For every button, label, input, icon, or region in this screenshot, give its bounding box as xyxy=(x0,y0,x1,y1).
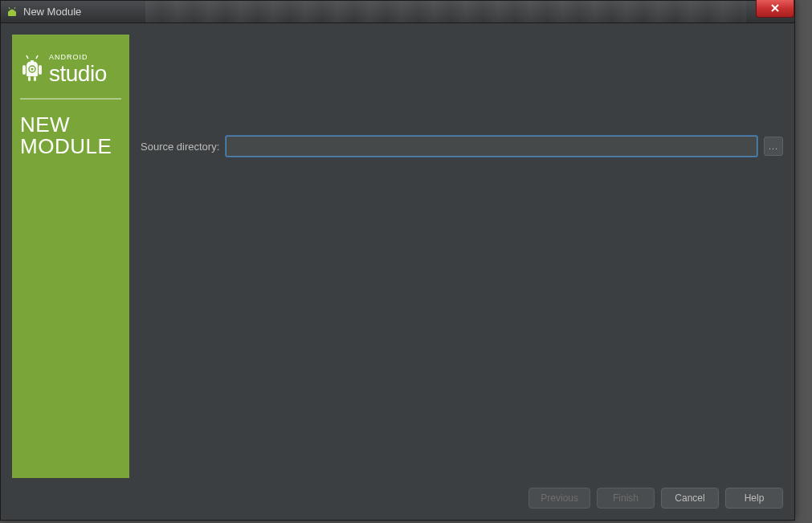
svg-line-1 xyxy=(9,7,10,9)
source-directory-row: Source directory: ... xyxy=(141,136,783,157)
wizard-step-title: NEW MODULE xyxy=(20,114,121,158)
brand-small-label: ANDROID xyxy=(49,54,107,61)
finish-button[interactable]: Finish xyxy=(597,488,655,509)
heading-line-2: MODULE xyxy=(20,136,121,157)
source-directory-input[interactable] xyxy=(226,136,757,157)
android-studio-icon xyxy=(20,55,44,85)
titlebar[interactable]: New Module xyxy=(1,1,794,23)
svg-rect-14 xyxy=(28,76,31,81)
heading-line-1: NEW xyxy=(20,114,121,136)
previous-button[interactable]: Previous xyxy=(528,488,590,509)
brand-big-label: studio xyxy=(49,63,107,85)
app-icon xyxy=(6,6,18,18)
wizard-sidebar: ANDROID studio NEW MODULE xyxy=(12,35,129,478)
svg-rect-5 xyxy=(22,65,26,75)
new-module-dialog: New Module xyxy=(0,0,795,521)
sidebar-divider xyxy=(20,98,121,100)
window-title: New Module xyxy=(23,6,81,18)
titlebar-background xyxy=(145,1,746,22)
svg-point-10 xyxy=(29,60,31,62)
svg-point-13 xyxy=(31,67,34,70)
brand-row: ANDROID studio xyxy=(20,54,121,85)
svg-rect-6 xyxy=(39,65,42,75)
help-button[interactable]: Help xyxy=(725,488,783,509)
svg-point-11 xyxy=(34,60,35,62)
source-directory-label: Source directory: xyxy=(141,141,219,153)
svg-rect-0 xyxy=(8,11,16,16)
main-panel: Source directory: ... xyxy=(141,35,783,478)
button-bar: Previous Finish Cancel Help xyxy=(12,478,783,509)
close-button[interactable] xyxy=(756,0,794,18)
svg-line-9 xyxy=(36,55,38,59)
ellipsis-icon: ... xyxy=(769,141,778,151)
svg-line-8 xyxy=(27,55,28,59)
close-icon xyxy=(770,3,780,14)
svg-line-2 xyxy=(14,7,15,9)
content-area: ANDROID studio NEW MODULE Source directo… xyxy=(12,35,783,478)
brand-text: ANDROID studio xyxy=(49,54,107,85)
dialog-body: ANDROID studio NEW MODULE Source directo… xyxy=(1,23,794,520)
cancel-button[interactable]: Cancel xyxy=(661,488,719,509)
browse-button[interactable]: ... xyxy=(764,137,783,156)
svg-rect-15 xyxy=(34,76,36,81)
